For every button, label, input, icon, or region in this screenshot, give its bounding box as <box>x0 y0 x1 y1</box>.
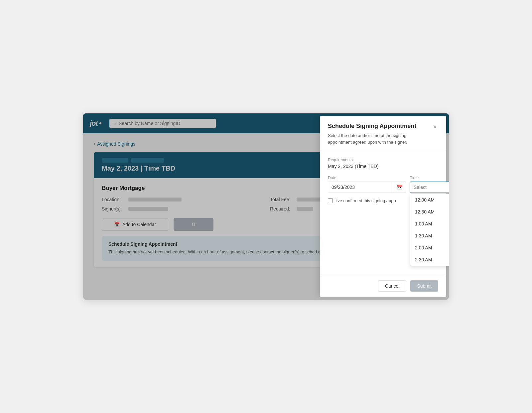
modal-body: Requirements May 2, 2023 (Time TBD) Date… <box>320 151 446 275</box>
time-label: Time <box>410 176 449 180</box>
submit-button[interactable]: Submit <box>410 280 438 292</box>
modal-subtitle: Select the date and/or time of the signi… <box>328 132 428 145</box>
time-input-wrapper[interactable]: 🕐 <box>410 182 449 193</box>
time-group: Time 🕐 12:00 AM12:30 AM1:00 AM1:30 AM2:0… <box>410 176 449 193</box>
modal-close-button[interactable]: × <box>432 123 438 131</box>
date-label: Date <box>328 176 406 180</box>
requirements-label: Requirements <box>328 158 438 162</box>
time-option[interactable]: 1:30 AM <box>410 230 449 242</box>
modal-panel: Schedule Signing Appointment Select the … <box>320 116 446 297</box>
date-input-wrapper[interactable]: 📅 <box>328 182 406 193</box>
time-dropdown-list: 12:00 AM12:30 AM1:00 AM1:30 AM2:00 AM2:3… <box>410 194 449 266</box>
confirmation-label: I've confirmed this signing appo <box>335 198 396 203</box>
calendar-icon-input: 📅 <box>393 182 406 193</box>
modal-header-content: Schedule Signing Appointment Select the … <box>328 123 428 145</box>
time-option[interactable]: 1:00 AM <box>410 218 449 230</box>
time-option[interactable]: 2:00 AM <box>410 242 449 254</box>
modal-header: Schedule Signing Appointment Select the … <box>320 116 446 151</box>
time-option[interactable]: 12:30 AM <box>410 206 449 218</box>
modal-title: Schedule Signing Appointment <box>328 123 428 130</box>
cancel-button[interactable]: Cancel <box>378 280 407 292</box>
modal-footer: Cancel Submit <box>320 275 446 297</box>
time-option[interactable]: 2:30 AM <box>410 254 449 266</box>
date-group: Date 📅 <box>328 176 406 193</box>
time-input[interactable] <box>410 182 449 193</box>
time-option[interactable]: 12:00 AM <box>410 194 449 206</box>
modal-overlay: Schedule Signing Appointment Select the … <box>83 113 449 300</box>
requirements-value: May 2, 2023 (Time TBD) <box>328 164 438 169</box>
confirmation-checkbox[interactable] <box>328 198 333 203</box>
date-time-row: Date 📅 Time 🕐 <box>328 176 438 193</box>
date-input[interactable] <box>328 182 393 193</box>
